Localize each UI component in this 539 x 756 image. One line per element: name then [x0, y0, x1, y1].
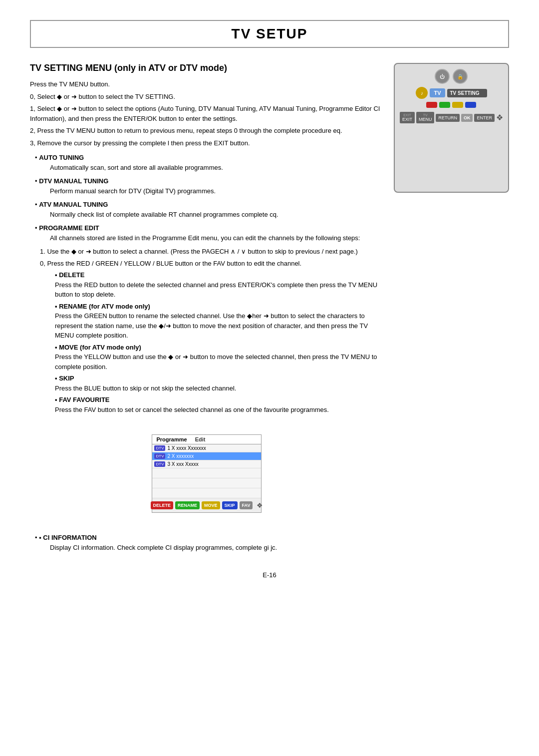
- diagrams-column: ⏻ 🔒 ♪ TV TV SETTING: [394, 63, 509, 556]
- edit-col-header: Edit: [191, 435, 210, 444]
- dtv-badge-1: DTV: [154, 445, 165, 451]
- dtv-badge-2: DTV: [154, 453, 165, 459]
- step-3: 1, Select ◆ or ➜ button to select the op…: [30, 104, 384, 123]
- tv-setting-display: TV SETTING: [447, 89, 487, 97]
- bullet-dtv-manual: DTV MANUAL TUNING Perform manual search …: [35, 176, 384, 196]
- delete-btn[interactable]: DELETE: [151, 501, 174, 509]
- tv-diagram: ⏻ 🔒 ♪ TV TV SETTING: [394, 63, 509, 193]
- rename-btn[interactable]: RENAME: [175, 501, 200, 509]
- prog-row-2: DTV 2 X xxxxxxx: [152, 452, 261, 460]
- prog-edit-header: Programme Edit: [152, 435, 261, 444]
- sub-bullet-move: • MOVE (for ATV mode only) Press the YEL…: [55, 343, 384, 372]
- sub-bullet-rename: • RENAME (for ATV mode only) Press the G…: [55, 302, 384, 341]
- color-buttons-row: [400, 102, 503, 108]
- sub-bullet-fav: • FAV FAVOURITE Press the FAV button to …: [55, 395, 384, 414]
- step-5: 3, Remove the cursor by pressing the com…: [30, 138, 384, 148]
- green-color-btn: [439, 102, 450, 108]
- exit-btn: EXIT EXIT: [400, 112, 415, 123]
- step-4: 2, Press the TV MENU button to return to…: [30, 126, 384, 136]
- red-color-btn: [426, 102, 437, 108]
- step-list: Press the TV MENU button. 0, Select ◆ or…: [30, 79, 384, 148]
- sub-bullet-delete: • DELETE Press the RED button to delete …: [55, 270, 384, 300]
- remote-power-btn: ⏻: [435, 69, 450, 84]
- prog-row-1-text: 1 X xxxx Xxxxxxx: [167, 445, 206, 451]
- sub-bullet-skip: • SKIP Press the BLUE button to skip or …: [55, 374, 384, 393]
- bullet-auto-tuning: AUTO TUNING Automatically scan, sort and…: [35, 153, 384, 172]
- step-1: Press the TV MENU button.: [30, 79, 384, 89]
- prog-col-header: Programme: [152, 435, 191, 444]
- programme-edit-table: Programme Edit DTV 1 X xxxx Xxxxxxx DTV …: [152, 434, 262, 513]
- fav-btn[interactable]: FAV: [240, 501, 253, 509]
- bullet-ci-info: • CI INFORMATION Display CI information.…: [35, 533, 384, 552]
- skip-btn[interactable]: SKIP: [222, 501, 238, 509]
- ok-btn: OK: [461, 114, 473, 122]
- dtv-badge-3: DTV: [154, 461, 165, 467]
- bottom-buttons-row: EXIT EXIT TV MENU RETURN OK ENTER ❖: [400, 112, 503, 123]
- arrow-icon: ❖: [257, 501, 263, 509]
- prog-edit-step-2: 0, Press the RED / GREEN / YELLOW / BLUE…: [40, 259, 384, 269]
- prog-edit-step-1: 1. Use the ◆ or ➜ button to select a cha…: [40, 247, 384, 257]
- enter-btn: ENTER: [474, 114, 495, 122]
- prog-edit-footer: DELETE RENAME MOVE SKIP FAV ❖: [152, 498, 261, 512]
- yellow-color-btn: [452, 102, 463, 108]
- menu-btn: TV MENU: [416, 112, 435, 123]
- move-btn[interactable]: MOVE: [202, 501, 220, 509]
- prog-row-1: DTV 1 X xxxx Xxxxxxx: [152, 444, 261, 452]
- section-heading: TV SETTING MENU (only in ATV or DTV mode…: [30, 63, 384, 73]
- bullet-atv-manual: ATV MANUAL TUNING Normally check list of…: [35, 200, 384, 219]
- main-text-area: TV SETTING MENU (only in ATV or DTV mode…: [30, 63, 384, 556]
- page-title: TV SETUP: [30, 20, 509, 48]
- tv-button: TV: [430, 88, 445, 97]
- prog-row-3-text: 3 X xxx Xxxxx: [167, 461, 198, 467]
- page-number: E-16: [30, 571, 509, 579]
- music-icon: ♪: [416, 87, 428, 99]
- step-2: 0, Select ◆ or ➜ button to select the TV…: [30, 92, 384, 102]
- prog-row-3: DTV 3 X xxx Xxxxx: [152, 460, 261, 468]
- nav-arrows-icon: ❖: [496, 113, 503, 122]
- blue-color-btn: [465, 102, 476, 108]
- return-btn: RETURN: [436, 114, 460, 122]
- prog-row-2-text: 2 X xxxxxxx: [167, 453, 194, 459]
- remote-lock-btn: 🔒: [453, 69, 468, 84]
- bullet-programme-edit: PROGRAMME EDIT All channels stored are l…: [35, 223, 384, 243]
